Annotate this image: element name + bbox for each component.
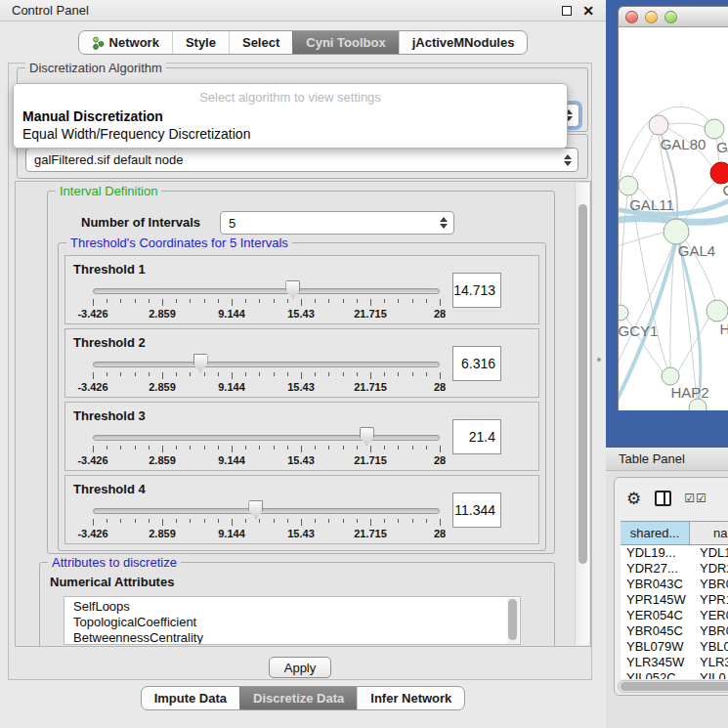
- table-row[interactable]: YBR043CYBR0: [621, 577, 728, 592]
- mac-minimize-icon[interactable]: [645, 11, 658, 23]
- slider-thumb-icon[interactable]: [285, 280, 300, 299]
- network-edge[interactable]: [683, 183, 714, 222]
- tab-network[interactable]: Network: [79, 31, 172, 54]
- tick-label: 28: [434, 454, 446, 466]
- list-scrollbar[interactable]: [507, 598, 519, 645]
- attribute-item[interactable]: TopologicalCoefficient: [73, 615, 520, 630]
- node-label: HAP2: [670, 384, 708, 401]
- network-graph[interactable]: GAL80GACGAL11GAL4GCY1HHAP2: [619, 27, 728, 410]
- tab-discretize-data[interactable]: Discretize Data: [239, 687, 357, 709]
- threshold-value-field[interactable]: 14.713: [452, 273, 501, 308]
- table-cell: YBR0: [690, 623, 728, 639]
- table-row[interactable]: YDL19...YDL1: [621, 545, 728, 561]
- threshold-value-field[interactable]: 6.316: [452, 346, 501, 381]
- attribute-item[interactable]: SelfLoops: [73, 599, 520, 615]
- network-node[interactable]: [707, 300, 728, 321]
- checkbox-icons[interactable]: ☑☑: [684, 492, 707, 505]
- table-panel-titlebar: Table Panel: [606, 448, 728, 471]
- gear-icon[interactable]: ⚙: [626, 489, 641, 509]
- tab-infer-network[interactable]: Infer Network: [357, 687, 464, 709]
- num-intervals-combo[interactable]: 5: [220, 211, 454, 235]
- interval-definition-group: Interval Definition Number of Intervals …: [47, 191, 555, 554]
- network-node[interactable]: [649, 115, 668, 135]
- tab-cyni-toolbox[interactable]: Cyni Toolbox: [292, 31, 398, 54]
- network-edge[interactable]: [619, 244, 673, 369]
- slider-tick-labels: -3.4262.8599.14415.4321.71528: [93, 381, 440, 393]
- attribute-item[interactable]: BetweennessCentrality: [73, 630, 520, 645]
- node-label: C: [723, 182, 728, 198]
- panel-titlebar: Control Panel ✕: [0, 0, 606, 21]
- slider-tick-labels: -3.4262.8599.14415.4321.71528: [93, 528, 440, 539]
- slider-thumb-icon[interactable]: [193, 354, 208, 372]
- network-edge[interactable]: [678, 317, 709, 371]
- node-label: GA: [716, 139, 728, 155]
- slider-track[interactable]: [93, 362, 440, 367]
- stepper-icon: [440, 217, 448, 229]
- network-node[interactable]: [705, 119, 724, 139]
- mac-close-icon[interactable]: [625, 11, 638, 23]
- network-edge[interactable]: [680, 243, 697, 399]
- float-window-icon[interactable]: [562, 6, 572, 16]
- network-graph-icon: [92, 36, 105, 50]
- node-label: GAL4: [678, 242, 715, 259]
- table-row[interactable]: YER054CYER0: [621, 608, 728, 623]
- tick-label: 2.859: [149, 528, 176, 539]
- table-cell: YER054C: [621, 608, 690, 623]
- slider-tick-labels: -3.4262.8599.14415.4321.71528: [93, 308, 440, 320]
- table-row[interactable]: YPR145WYPR1: [621, 592, 728, 608]
- columns-icon[interactable]: [655, 491, 671, 506]
- tick-label: 9.144: [218, 308, 245, 320]
- slider-track[interactable]: [93, 435, 440, 441]
- table-panel: Table Panel ⚙ ☑☑ shared... na YDL19...YD…: [606, 448, 728, 728]
- threshold-box: Threshold 1 -3.4262.8599.14415.4321.7152…: [64, 255, 539, 324]
- scrollbar-thumb[interactable]: [621, 682, 728, 691]
- scrollbar-thumb[interactable]: [578, 204, 587, 564]
- tab-style[interactable]: Style: [172, 31, 229, 54]
- network-node[interactable]: [664, 219, 689, 244]
- network-node[interactable]: [662, 367, 679, 385]
- table-toolbar: ⚙ ☑☑: [615, 486, 707, 511]
- dropdown-option-manual[interactable]: Manual Discretization: [14, 107, 567, 125]
- tab-impute-data[interactable]: Impute Data: [142, 687, 239, 709]
- tick-label: 21.715: [354, 528, 387, 539]
- group-title: Discretization Algorithm: [25, 61, 166, 75]
- slider-track[interactable]: [93, 288, 440, 294]
- mac-zoom-icon[interactable]: [664, 11, 677, 23]
- dropdown-option-equal-width[interactable]: Equal Width/Frequency Discretization: [14, 125, 567, 143]
- apply-button[interactable]: Apply: [269, 657, 331, 678]
- table-row[interactable]: YBR045CYBR0: [621, 623, 728, 639]
- table-row[interactable]: YDR27...YDR2: [621, 561, 728, 577]
- table-data-combo[interactable]: galFiltered.sif default node: [25, 148, 578, 172]
- table-row[interactable]: YBL079WYBL0: [621, 639, 728, 655]
- slider-ticks: [93, 519, 440, 527]
- algorithm-dropdown-popup: Select algorithm to view settings Manual…: [13, 83, 568, 149]
- tab-label: Infer Network: [370, 691, 451, 706]
- network-node[interactable]: [619, 176, 638, 195]
- splitter-handle[interactable]: [597, 358, 601, 362]
- threshold-value-field[interactable]: 21.4: [452, 419, 501, 454]
- column-header-name[interactable]: na: [690, 522, 728, 544]
- slider-thumb-icon[interactable]: [360, 427, 374, 446]
- table-row[interactable]: YLR345WYLR3: [621, 655, 728, 670]
- tick-label: 2.859: [149, 308, 176, 320]
- network-node[interactable]: [710, 162, 728, 184]
- tick-label: 15.43: [287, 454, 315, 466]
- table-cell: YBR045C: [621, 623, 690, 639]
- slider-track[interactable]: [93, 508, 440, 514]
- numerical-attributes-list[interactable]: SelfLoopsTopologicalCoefficientBetweenne…: [64, 596, 521, 645]
- tab-select[interactable]: Select: [229, 31, 292, 54]
- tab-label: Style: [186, 35, 216, 50]
- network-edge[interactable]: [668, 123, 705, 127]
- column-header-shared[interactable]: shared...: [621, 522, 690, 544]
- table-panel-title: Table Panel: [619, 451, 685, 466]
- table-row[interactable]: YIL052CYIL0: [621, 670, 728, 679]
- network-edge[interactable]: [619, 233, 664, 247]
- close-icon[interactable]: ✕: [582, 6, 594, 16]
- network-canvas[interactable]: GAL80GACGAL11GAL4GCY1HHAP2: [619, 27, 728, 410]
- threshold-value-field[interactable]: 11.344: [452, 492, 501, 528]
- horizontal-scrollbar[interactable]: [618, 680, 728, 693]
- stepper-icon: [564, 154, 572, 166]
- tab-jactivemnodules[interactable]: jActiveMNodules: [399, 31, 528, 54]
- slider-thumb-icon[interactable]: [248, 500, 263, 519]
- vertical-scrollbar[interactable]: [575, 183, 589, 645]
